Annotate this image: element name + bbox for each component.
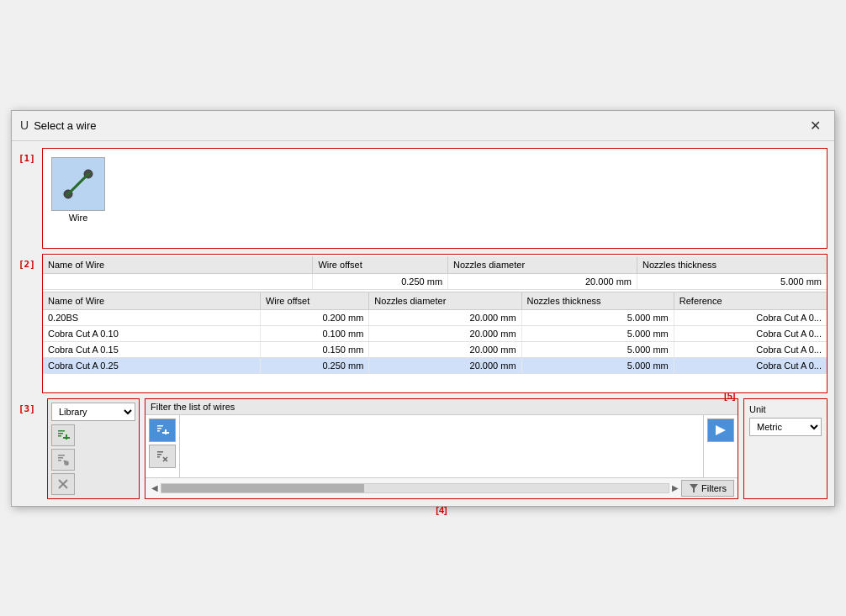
- svg-line-3: [71, 172, 91, 192]
- wire-label: Wire: [69, 213, 88, 223]
- title-bar: U Select a wire ✕: [12, 111, 834, 141]
- section3-label-col: [3]: [19, 398, 42, 499]
- lib-th-nozzles-thick: Nozzles thickness: [522, 292, 674, 309]
- section4-bracket: [4]: [436, 505, 447, 515]
- filter-right-actions: [703, 415, 738, 477]
- filter-bottom: ◀ ▶ Filters: [145, 477, 738, 498]
- svg-line-4: [66, 176, 86, 196]
- svg-rect-18: [157, 428, 161, 429]
- td-nozzles_diameter: 20.000 mm: [369, 310, 521, 325]
- wire-icon-container: [51, 157, 105, 211]
- svg-rect-22: [157, 451, 163, 453]
- wire-library-table: Name of Wire Wire offset Nozzles diamete…: [43, 292, 827, 392]
- section5-bracket: [5]: [724, 391, 735, 401]
- table-row[interactable]: Cobra Cut A 0.150.150 mm20.000 mm5.000 m…: [43, 342, 827, 358]
- delete-wire-button[interactable]: [51, 473, 75, 495]
- th-offset: Wire offset: [313, 256, 448, 273]
- td-nozzles_diameter: 20.000 mm: [369, 342, 521, 357]
- edit-icon: [56, 452, 71, 467]
- library-dropdown[interactable]: Library: [51, 403, 135, 421]
- td-wire_offset: 0.250 mm: [261, 358, 369, 373]
- td-name: 0.20BS: [43, 310, 261, 325]
- table-row[interactable]: Cobra Cut A 0.250.250 mm20.000 mm5.000 m…: [43, 358, 827, 374]
- filters-label: Filters: [701, 483, 727, 493]
- svg-rect-7: [58, 435, 61, 437]
- td-nozzles_thickness: 5.000 mm: [522, 310, 674, 325]
- svg-rect-12: [58, 460, 61, 461]
- filters-button[interactable]: Filters: [681, 480, 734, 497]
- svg-rect-10: [58, 455, 65, 456]
- scroll-left-arrow[interactable]: ◀: [149, 483, 161, 492]
- wire-rows-container: 0.20BS0.200 mm20.000 mm5.000 mmCobra Cut…: [43, 310, 827, 374]
- action-buttons: [51, 424, 135, 495]
- svg-marker-27: [716, 425, 726, 435]
- td-nozzles_thickness: 5.000 mm: [522, 342, 674, 357]
- section3-bracket: [3]: [19, 403, 35, 414]
- apply-filter-icon: [714, 424, 727, 437]
- svg-rect-11: [58, 457, 63, 459]
- td-reference: Cobra Cut A 0...: [674, 342, 827, 357]
- remove-filter-button[interactable]: [149, 445, 176, 468]
- selected-nozzles-diam: 20.000 mm: [448, 274, 637, 289]
- lib-th-name: Name of Wire: [43, 292, 261, 309]
- filter-area: [180, 415, 703, 477]
- td-name: Cobra Cut A 0.15: [43, 342, 261, 357]
- td-nozzles_thickness: 5.000 mm: [522, 326, 674, 341]
- filter-left-actions: [145, 415, 180, 477]
- unit-label: Unit: [749, 404, 822, 414]
- wire-item[interactable]: Wire: [48, 154, 108, 226]
- selected-name: [43, 274, 313, 289]
- section4-panel: Filter the list of wires: [145, 398, 738, 499]
- section5-panel: [5] Unit MetricImperial: [743, 398, 827, 499]
- dialog-content: [1] Wire: [12, 141, 834, 506]
- svg-rect-17: [157, 425, 163, 427]
- selected-wire-header: Name of Wire Wire offset Nozzles diamete…: [43, 256, 827, 274]
- td-reference: Cobra Cut A 0...: [674, 358, 827, 373]
- horizontal-scrollbar[interactable]: [161, 483, 669, 493]
- td-nozzles_diameter: 20.000 mm: [369, 358, 521, 373]
- th-name: Name of Wire: [43, 256, 313, 273]
- app-icon: U: [20, 118, 29, 132]
- section1-bracket: [1]: [19, 153, 35, 164]
- select-wire-dialog: U Select a wire ✕ [1]: [11, 110, 835, 507]
- th-nozzles-thick: Nozzles thickness: [637, 256, 827, 273]
- unit-dropdown[interactable]: MetricImperial: [749, 418, 822, 436]
- th-nozzles-diam: Nozzles diameter: [448, 256, 637, 273]
- delete-icon: [56, 476, 71, 492]
- selected-nozzles-thick: 5.000 mm: [637, 274, 827, 289]
- filter-header: Filter the list of wires: [145, 399, 738, 415]
- funnel-icon: [689, 483, 699, 493]
- filter-content: [145, 415, 738, 477]
- td-wire_offset: 0.150 mm: [261, 342, 369, 357]
- svg-rect-24: [157, 456, 160, 458]
- scroll-right-arrow[interactable]: ▶: [669, 483, 681, 492]
- lib-th-offset: Wire offset: [261, 292, 369, 309]
- selected-wire-row[interactable]: 0.250 mm 20.000 mm 5.000 mm: [43, 274, 827, 290]
- add-filter-button[interactable]: [149, 419, 176, 442]
- svg-rect-19: [157, 430, 160, 432]
- td-nozzles_thickness: 5.000 mm: [522, 358, 674, 373]
- td-wire_offset: 0.200 mm: [261, 310, 369, 325]
- svg-rect-21: [162, 432, 169, 434]
- svg-rect-5: [58, 430, 65, 432]
- add-wire-button[interactable]: [51, 424, 75, 446]
- section3-panel: Library: [47, 398, 140, 499]
- title-bar-left: U Select a wire: [20, 118, 97, 132]
- lib-th-reference: Reference: [674, 292, 827, 309]
- scrollbar-thumb: [161, 484, 364, 492]
- td-wire_offset: 0.100 mm: [261, 326, 369, 341]
- td-reference: Cobra Cut A 0...: [674, 310, 827, 325]
- library-table-header: Name of Wire Wire offset Nozzles diamete…: [43, 292, 827, 310]
- section1-label-col: [1]: [19, 148, 42, 249]
- remove-filter-icon: [156, 450, 169, 463]
- section1-panel: Wire: [42, 148, 827, 249]
- table-row[interactable]: 0.20BS0.200 mm20.000 mm5.000 mmCobra Cut…: [43, 310, 827, 326]
- section2-bracket: [2]: [19, 259, 35, 270]
- apply-filter-button[interactable]: [707, 419, 734, 442]
- section2-panel: Name of Wire Wire offset Nozzles diamete…: [42, 254, 827, 393]
- close-button[interactable]: ✕: [805, 116, 826, 135]
- edit-wire-button[interactable]: [51, 449, 75, 471]
- table-row[interactable]: Cobra Cut A 0.100.100 mm20.000 mm5.000 m…: [43, 326, 827, 342]
- svg-rect-6: [58, 433, 63, 434]
- add-icon: [56, 428, 71, 443]
